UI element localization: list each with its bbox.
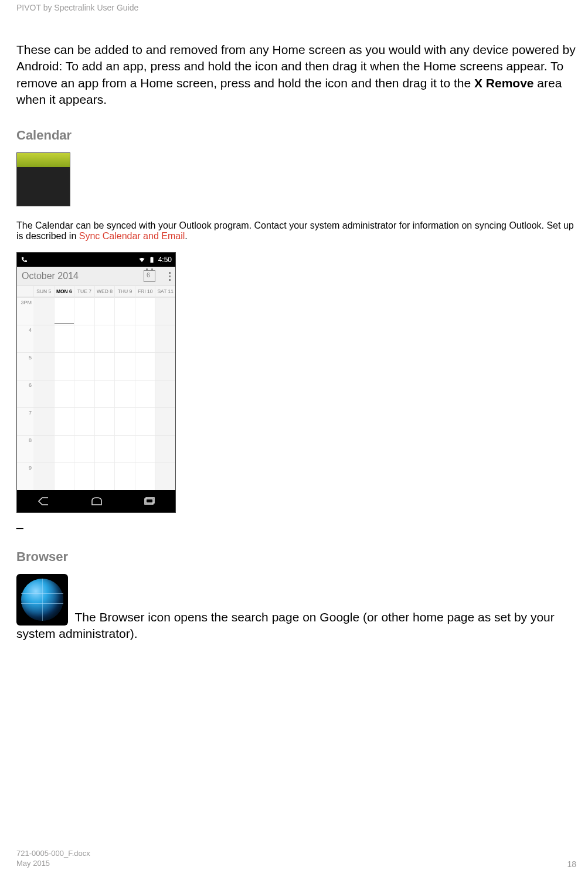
time-label: 8 bbox=[17, 435, 33, 463]
trailing-underscore: _ bbox=[16, 515, 23, 529]
time-label: 5 bbox=[17, 352, 33, 380]
time-label: 3PM bbox=[17, 297, 33, 325]
android-nav-bar bbox=[17, 490, 175, 512]
calendar-app-icon bbox=[16, 152, 70, 206]
day-header[interactable]: SUN 5 bbox=[33, 286, 54, 297]
day-header[interactable]: WED 8 bbox=[94, 286, 115, 297]
day-header[interactable]: FRI 10 bbox=[135, 286, 155, 297]
calendar-screenshot: 4:50 October 2014 SUN 5 MON 6 TUE 7 WED … bbox=[16, 252, 176, 513]
footer-filename: 721-0005-000_F.docx bbox=[16, 848, 90, 859]
time-label: 7 bbox=[17, 407, 33, 435]
calendar-text2: . bbox=[185, 231, 187, 241]
calendar-grid[interactable]: 3PM 4 5 6 7 8 9 bbox=[17, 297, 175, 490]
time-label: 4 bbox=[17, 325, 33, 352]
day-header[interactable]: SAT 11 bbox=[155, 286, 175, 297]
sync-calendar-link[interactable]: Sync Calendar and Email bbox=[79, 231, 185, 241]
back-icon[interactable] bbox=[36, 495, 52, 507]
time-label: 9 bbox=[17, 463, 33, 490]
wifi-icon bbox=[138, 256, 145, 263]
home-icon[interactable] bbox=[90, 495, 104, 507]
browser-heading: Browser bbox=[16, 549, 576, 565]
calendar-paragraph bbox=[16, 152, 576, 206]
browser-text: The Browser icon opens the search page o… bbox=[16, 610, 555, 640]
today-icon[interactable] bbox=[144, 270, 155, 282]
footer-date: May 2015 bbox=[16, 858, 90, 869]
battery-icon bbox=[148, 256, 155, 263]
intro-bold: X Remove bbox=[474, 76, 534, 90]
day-headers: SUN 5 MON 6 TUE 7 WED 8 THU 9 FRI 10 SAT… bbox=[17, 286, 175, 297]
calendar-heading: Calendar bbox=[16, 128, 576, 143]
recent-apps-icon[interactable] bbox=[142, 495, 156, 507]
status-time: 4:50 bbox=[158, 256, 172, 264]
footer-page-number: 18 bbox=[567, 859, 576, 869]
day-header[interactable]: THU 9 bbox=[114, 286, 135, 297]
day-header[interactable]: MON 6 bbox=[54, 286, 74, 297]
day-header[interactable]: TUE 7 bbox=[74, 286, 94, 297]
month-label[interactable]: October 2014 bbox=[22, 271, 79, 281]
page-footer: 721-0005-000_F.docx May 2015 18 bbox=[16, 848, 576, 869]
phone-status-icon bbox=[21, 256, 28, 263]
time-label: 6 bbox=[17, 380, 33, 407]
browser-app-icon bbox=[16, 574, 68, 626]
calendar-header-bar: October 2014 bbox=[17, 267, 175, 286]
browser-paragraph: The Browser icon opens the search page o… bbox=[16, 574, 576, 642]
intro-paragraph: These can be added to and removed from a… bbox=[16, 42, 576, 108]
status-bar: 4:50 bbox=[17, 253, 175, 267]
doc-header: PIVOT by Spectralink User Guide bbox=[16, 3, 576, 12]
overflow-menu-icon[interactable] bbox=[162, 272, 171, 281]
